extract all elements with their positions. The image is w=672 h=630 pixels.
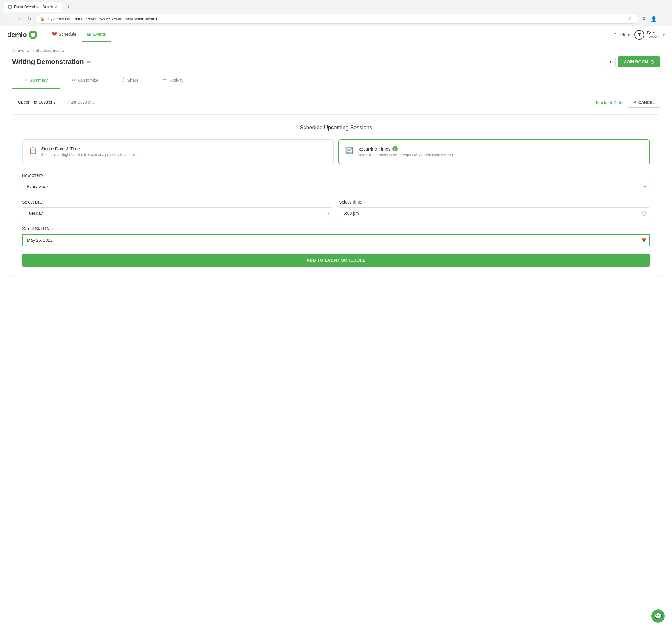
- join-room-button[interactable]: JOIN ROOM ⬡: [618, 56, 660, 67]
- breadcrumb-section: All Events > Standard Events: [0, 43, 672, 55]
- schedule-title: Schedule Upcoming Sessions: [22, 124, 650, 131]
- how-often-section: How often?: Every week ▾: [22, 173, 650, 192]
- day-col: Select Day: Tuesday ▾: [22, 200, 333, 219]
- tab-customize[interactable]: ✂ Customize: [59, 72, 110, 89]
- events-label: Events: [93, 32, 106, 37]
- join-room-label: JOIN ROOM: [624, 60, 648, 64]
- how-often-select-wrapper: Every week ▾: [22, 181, 650, 192]
- page-header: Writing Demonstration ✏ ▾ JOIN ROOM ⬡: [0, 55, 672, 72]
- favicon-icon: [8, 5, 12, 9]
- app: demio 📅 Schedule ▦ Events ? Help ▾: [0, 26, 672, 630]
- dropdown-button[interactable]: ▾: [606, 57, 616, 67]
- user-dropdown-icon: ▾: [663, 32, 665, 37]
- logo-text: demio: [7, 31, 27, 39]
- tab-close-icon[interactable]: ✕: [55, 5, 58, 9]
- selected-check-icon: ✓: [392, 146, 398, 151]
- address-bar[interactable]: 🔒 my.demio.com/manage/event/520653?summa…: [35, 14, 639, 24]
- user-org: GetVoIP: [647, 35, 659, 39]
- forward-button[interactable]: →: [15, 15, 23, 23]
- add-to-schedule-button[interactable]: ADD TO EVENT SCHEDULE: [22, 254, 650, 267]
- past-sessions-tab[interactable]: Past Sessions: [62, 97, 101, 109]
- reload-button[interactable]: ↻: [25, 15, 33, 23]
- tab-summary[interactable]: ≡ Summary: [12, 72, 59, 89]
- tab-activity[interactable]: 〜 Activity: [151, 72, 195, 89]
- breadcrumb-all-events[interactable]: All Events: [12, 48, 30, 53]
- option-cards: 📋 Single Date & Time Schedule a single s…: [22, 139, 650, 164]
- start-date-section: Select Start Date: 📅: [22, 226, 650, 246]
- page-header-right: ▾ JOIN ROOM ⬡: [606, 56, 660, 67]
- page-title-area: Writing Demonstration ✏: [12, 58, 91, 66]
- chat-icon: 💬: [654, 612, 662, 620]
- single-date-card[interactable]: 📋 Single Date & Time Schedule a single s…: [22, 139, 334, 164]
- share-icon: ⤴: [122, 77, 125, 83]
- recurring-icon: 🔄: [345, 147, 353, 155]
- new-tab-button[interactable]: +: [65, 3, 72, 11]
- top-nav: demio 📅 Schedule ▦ Events ? Help ▾: [0, 26, 672, 43]
- url-text: my.demio.com/manage/event/520653?summary…: [47, 17, 626, 21]
- customize-icon: ✂: [72, 77, 76, 83]
- browser-tab[interactable]: Event Overview - Demio ✕: [4, 2, 62, 11]
- activity-label: Activity: [170, 78, 184, 83]
- user-avatar: T: [634, 30, 644, 40]
- menu-button[interactable]: ⋮: [660, 15, 668, 23]
- customize-label: Customize: [78, 78, 98, 83]
- clock-icon: 🕐: [641, 211, 646, 216]
- share-label: Share: [127, 78, 138, 83]
- main-tabs: ≡ Summary ✂ Customize ⤴ Share 〜 Activity: [0, 72, 672, 89]
- summary-label: Summary: [29, 78, 48, 83]
- schedule-label: Schedule: [59, 32, 76, 37]
- external-link-icon: ⬡: [650, 60, 654, 64]
- sessions-tabs: Upcoming Sessions Past Sessions: [12, 97, 100, 109]
- help-icon: ?: [614, 32, 616, 37]
- user-info: Tyler GetVoIP: [647, 30, 659, 39]
- profile-button[interactable]: 👤: [649, 15, 659, 23]
- bookmark-icon[interactable]: ☆: [628, 16, 634, 22]
- recurring-desc: Schedule sessions to occur regularly on …: [358, 153, 643, 158]
- chat-bubble-button[interactable]: 💬: [651, 609, 665, 623]
- sessions-actions: Blackout Dates ✕ CANCEL: [596, 97, 660, 108]
- breadcrumb-standard-events[interactable]: Standard Events: [35, 48, 65, 53]
- select-day-label: Select Day:: [22, 200, 333, 205]
- nav-events[interactable]: ▦ Events: [82, 27, 111, 42]
- recurring-title: Recurring Times ✓: [358, 146, 643, 151]
- date-input[interactable]: [22, 234, 650, 246]
- single-date-desc: Schedule a single session to occur at a …: [41, 153, 327, 158]
- back-button[interactable]: ←: [4, 15, 12, 23]
- user-menu-button[interactable]: T Tyler GetVoIP ▾: [634, 30, 665, 40]
- breadcrumb-separator: >: [31, 48, 34, 53]
- time-input-wrapper: 🕐: [339, 208, 650, 219]
- tab-share[interactable]: ⤴ Share: [110, 72, 150, 89]
- extensions-button[interactable]: ⧉: [641, 15, 648, 23]
- nav-right: ? Help ▾ T Tyler GetVoIP ▾: [614, 30, 665, 40]
- upcoming-sessions-tab[interactable]: Upcoming Sessions: [12, 97, 62, 109]
- sessions-header: Upcoming Sessions Past Sessions Blackout…: [12, 97, 660, 109]
- schedule-card: Schedule Upcoming Sessions 📋 Single Date…: [12, 115, 660, 277]
- day-select[interactable]: Tuesday: [22, 208, 333, 219]
- activity-icon: 〜: [163, 77, 168, 83]
- how-often-select[interactable]: Every week: [22, 181, 650, 192]
- edit-icon[interactable]: ✏: [87, 59, 91, 65]
- recurring-times-card[interactable]: 🔄 Recurring Times ✓ Schedule sessions to…: [338, 139, 650, 164]
- content: Upcoming Sessions Past Sessions Blackout…: [0, 89, 672, 284]
- nav-schedule[interactable]: 📅 Schedule: [47, 27, 81, 42]
- calendar-icon: 📋: [29, 147, 37, 155]
- time-input[interactable]: [339, 208, 650, 219]
- tab-title: Event Overview - Demio: [14, 5, 53, 9]
- schedule-icon: 📅: [52, 32, 57, 37]
- blackout-dates-button[interactable]: Blackout Dates: [596, 100, 624, 105]
- cancel-x-icon: ✕: [633, 100, 637, 105]
- help-button[interactable]: ? Help ▾: [614, 32, 630, 37]
- day-select-wrapper: Tuesday ▾: [22, 208, 333, 219]
- cancel-label: CANCEL: [639, 100, 655, 105]
- start-date-label: Select Start Date:: [22, 226, 650, 231]
- logo: demio: [7, 30, 37, 39]
- page-title: Writing Demonstration: [12, 58, 84, 66]
- nav-items: 📅 Schedule ▦ Events: [47, 27, 614, 42]
- calendar-picker-icon: 📅: [641, 238, 646, 242]
- day-time-row: Select Day: Tuesday ▾ Select Time: 🕐: [22, 200, 650, 219]
- user-name: Tyler: [647, 30, 659, 35]
- cancel-button[interactable]: ✕ CANCEL: [628, 97, 660, 108]
- time-col: Select Time: 🕐: [339, 200, 650, 219]
- recurring-content: Recurring Times ✓ Schedule sessions to o…: [358, 146, 643, 158]
- breadcrumb: All Events > Standard Events: [12, 48, 660, 53]
